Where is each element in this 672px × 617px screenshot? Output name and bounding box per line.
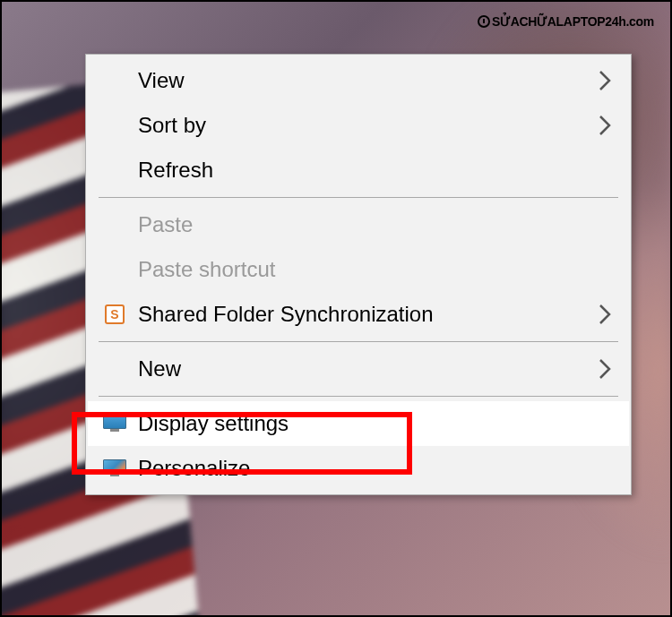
menu-separator <box>99 197 618 198</box>
s-sync-icon: S <box>102 302 127 327</box>
menu-label: Shared Folder Synchronization <box>138 302 434 327</box>
chevron-right-icon <box>599 70 611 91</box>
menu-label: Sort by <box>138 113 206 138</box>
chevron-right-icon <box>599 115 611 136</box>
menu-item-paste: Paste <box>88 202 629 247</box>
menu-label: View <box>138 68 185 93</box>
menu-label: Personalize <box>138 456 250 481</box>
chevron-right-icon <box>599 304 611 325</box>
watermark-label: SỬACHỮALAPTOP24h.com <box>478 14 654 29</box>
chevron-right-icon <box>599 358 611 380</box>
menu-label: Refresh <box>138 158 213 183</box>
watermark-text: SỬACHỮALAPTOP24h.com <box>492 14 654 29</box>
monitor-icon <box>102 411 127 436</box>
menu-item-personalize[interactable]: Personalize <box>88 446 629 491</box>
menu-label: Paste <box>138 212 193 237</box>
menu-label: Display settings <box>138 411 289 436</box>
gear-icon <box>478 15 490 28</box>
menu-item-shared-folder-sync[interactable]: S Shared Folder Synchronization <box>88 292 629 337</box>
menu-item-new[interactable]: New <box>88 347 629 391</box>
desktop-context-menu: View Sort by Refresh Paste Paste shortcu… <box>85 54 632 495</box>
menu-separator <box>99 341 618 342</box>
personalize-icon <box>102 456 127 481</box>
menu-item-view[interactable]: View <box>88 58 629 103</box>
menu-item-refresh[interactable]: Refresh <box>88 148 629 193</box>
menu-separator <box>99 396 618 397</box>
menu-label: New <box>138 356 181 381</box>
menu-label: Paste shortcut <box>138 257 275 282</box>
menu-item-sort-by[interactable]: Sort by <box>88 103 629 148</box>
menu-item-paste-shortcut: Paste shortcut <box>88 247 629 292</box>
menu-item-display-settings[interactable]: Display settings <box>88 401 629 446</box>
